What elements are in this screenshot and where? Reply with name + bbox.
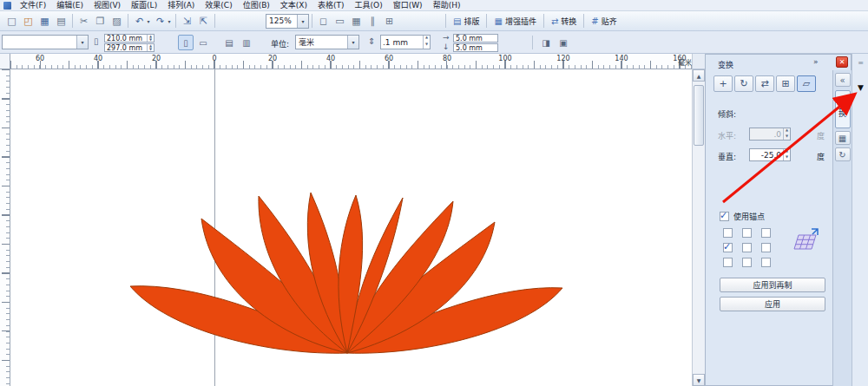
zoom-level-combo[interactable]: 125% ▾ [266,14,309,29]
page-height-field[interactable]: 297.0 mm ▲▼ [104,43,155,52]
import-button[interactable]: ⇲ [179,13,195,29]
apply-to-duplicate-button[interactable]: 应用到再制 [720,278,825,292]
new-button[interactable]: □ [3,13,20,29]
units-combo[interactable]: 毫米 ▾ [295,35,359,49]
docker-close-button[interactable]: ✕ [836,56,848,68]
ruler-number: 80 [437,55,457,62]
nudge-field[interactable]: .1 mm ▲▼ [380,35,431,49]
page-width-field[interactable]: 210.0 mm ▲▼ [104,34,155,43]
scrollbar-thumb[interactable] [694,85,704,146]
ruler-number: 140 [611,55,632,62]
menu-file[interactable]: 文件(F) [15,0,51,10]
skew-horizontal-spinner[interactable]: ▲▼ [783,128,790,140]
menu-tools[interactable]: 工具(O) [350,0,388,10]
docker-more-button[interactable]: » [813,57,819,66]
docker-collapse-button[interactable]: « [835,73,851,87]
vertical-scrollbar[interactable]: ▲ ▼ [692,69,705,386]
export-button[interactable]: ⇱ [195,13,212,29]
save-button[interactable]: ▦ [36,13,53,29]
convert-toolbar-button[interactable]: ⇄ 转换 [547,16,581,27]
use-anchor-row: 使用锚点 [720,211,765,222]
page-height-spinner[interactable]: ▲▼ [147,44,154,51]
options-button[interactable]: ⊞ [381,13,398,29]
copy-icon: ❐ [96,16,105,27]
menu-layout[interactable]: 版面(L) [126,0,162,10]
menu-effects[interactable]: 效果(C) [200,0,237,10]
fullscreen-preview-button[interactable]: ◻ [315,13,332,29]
menu-table[interactable]: 表格(T) [312,0,350,10]
ruler-origin-corner[interactable] [0,54,10,69]
copy-button[interactable]: ❐ [92,13,108,29]
anchor-grid-cell[interactable] [723,243,733,252]
vertical-ruler[interactable] [0,69,10,386]
menu-edit[interactable]: 编辑(E) [51,0,89,10]
current-page-button[interactable]: ▥ [239,35,254,50]
menu-text[interactable]: 文本(X) [275,0,312,10]
anchor-grid-cell[interactable] [761,258,771,267]
anchor-grid-cell[interactable] [742,228,752,238]
open-button[interactable]: ◰ [20,13,36,29]
menu-view[interactable]: 视图(V) [89,0,126,10]
docker-tab-transform[interactable]: 变换 [835,90,851,128]
anchor-grid-cell[interactable] [761,228,771,238]
coreldraw-window: 文件(F) 编辑(E) 视图(V) 版面(L) 排列(A) 效果(C) 位图(B… [0,0,868,386]
show-grid-button[interactable]: ▦ [348,13,365,29]
anchor-grid-cell[interactable] [723,228,733,238]
transform-tab-size[interactable]: ⊞ [776,75,795,92]
propbar-extra-button-1[interactable]: ◨ [538,35,554,50]
snap-icon: # [591,16,598,26]
skew-horizontal-field[interactable]: .0 ▲▼ [749,128,791,141]
undo-dropdown[interactable]: ▾ [145,18,152,24]
horizontal-ruler[interactable]: 60 40 20 0 20 40 60 80 100 120 140 160 [10,54,692,69]
nudge-spinner[interactable]: ▲▼ [423,36,430,49]
chevron-down-icon[interactable]: ▾ [76,36,88,49]
apply-button[interactable]: 应用 [720,297,825,311]
lotus-petals[interactable] [130,193,562,353]
landscape-button[interactable]: ▭ [195,35,211,50]
redo-dropdown[interactable]: ▾ [166,18,173,24]
plugins-toolbar-button[interactable]: ▦ 增强插件 [490,16,540,27]
anchor-grid-cell[interactable] [723,258,733,267]
docker-tab-2[interactable]: ▦ [835,131,851,145]
transform-tab-rotate[interactable]: ↻ [734,75,753,92]
chevron-down-icon[interactable]: ▾ [297,15,308,28]
chevron-down-icon[interactable]: ▾ [347,36,358,49]
duplicate-y-field[interactable]: 5.0 mm [453,43,498,52]
drawing-canvas[interactable] [10,69,692,386]
show-rulers-button[interactable]: ▭ [332,13,348,29]
scroll-down-button[interactable]: ▼ [693,374,705,386]
scroll-up-button[interactable]: ▲ [693,69,705,82]
menu-bitmaps[interactable]: 位图(B) [238,0,275,10]
use-anchor-checkbox[interactable] [720,212,729,221]
menu-window[interactable]: 窗口(W) [388,0,428,10]
cut-button[interactable]: ✂ [76,13,92,29]
anchor-grid-cell[interactable] [742,258,752,267]
transform-tab-skew[interactable]: ▱ [797,75,816,92]
anchor-grid-cell[interactable] [761,243,771,252]
propbar-extra-button-2[interactable]: ▣ [556,35,571,50]
page-size-combo[interactable]: ▾ [2,35,89,49]
snap-toolbar-button[interactable]: # 贴齐 [587,16,621,27]
docker-tab-3[interactable]: ↻ [835,147,851,161]
transform-type-buttons: + ↻ ⇄ ⊞ ▱ [713,75,816,92]
menu-help[interactable]: 帮助(H) [428,0,466,10]
lotus-drawing[interactable] [10,69,692,386]
duplicate-x-field[interactable]: 5.0 mm [453,34,498,43]
ruler-number: 20 [146,55,167,62]
show-guidelines-button[interactable]: ∥ [365,13,381,29]
all-pages-button[interactable]: ▤ [221,35,237,50]
ruler-number: 120 [553,55,574,62]
layout-toolbar-button[interactable]: ▤ 排版 [449,16,483,27]
position-icon: + [719,78,727,89]
menu-arrange[interactable]: 排列(A) [162,0,200,10]
page-width-spinner[interactable]: ▲▼ [147,35,154,42]
portrait-button[interactable]: ▯ [178,35,194,50]
skew-vertical-field[interactable]: -25.0 ▲▼ [749,148,791,161]
skew-vertical-spinner[interactable]: ▲▼ [783,149,790,160]
print-button[interactable]: ▤ [53,13,69,29]
docker-menu-arrow-icon[interactable]: ▼ [852,83,868,92]
paste-button[interactable]: ▨ [108,13,125,29]
anchor-grid-cell[interactable] [742,243,752,252]
transform-tab-scale-mirror[interactable]: ⇄ [755,75,774,92]
transform-tab-position[interactable]: + [713,75,733,92]
